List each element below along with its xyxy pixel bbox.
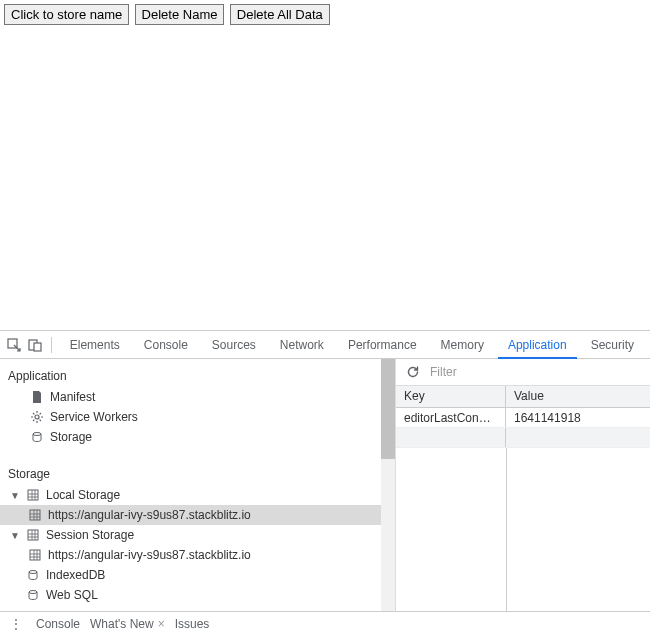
sidebar-item-label: https://angular-ivy-s9us87.stackblitz.io [48, 508, 251, 522]
tab-application[interactable]: Application [498, 331, 577, 359]
tabbar-divider [51, 337, 52, 353]
tab-security[interactable]: Security [581, 331, 644, 359]
sidebar-item-label: Session Storage [46, 528, 134, 542]
tab-sources[interactable]: Sources [202, 331, 266, 359]
sidebar-item-storage[interactable]: Storage [0, 427, 381, 447]
svg-rect-6 [30, 510, 40, 520]
sidebar-item-session-storage-origin[interactable]: https://angular-ivy-s9us87.stackblitz.io [0, 545, 381, 565]
application-sidebar: Application Manifest Service Workers [0, 359, 381, 611]
tab-memory[interactable]: Memory [431, 331, 494, 359]
grid-icon [28, 509, 42, 521]
sidebar-item-label: Manifest [50, 390, 95, 404]
tab-network[interactable]: Network [270, 331, 334, 359]
database-icon [26, 589, 40, 601]
sidebar-item-session-storage[interactable]: ▼ Session Storage [0, 525, 381, 545]
gear-icon [30, 411, 44, 423]
table-row[interactable]: editorLastConnec... 1641141918 [396, 408, 650, 428]
sidebar-item-indexeddb[interactable]: IndexedDB [0, 565, 381, 585]
sidebar-item-label: Web SQL [46, 588, 98, 602]
storage-table: Key Value editorLastConnec... 1641141918 [396, 386, 650, 611]
sidebar-item-label: https://angular-ivy-s9us87.stackblitz.io [48, 548, 251, 562]
sidebar-scrollbar[interactable] [381, 359, 395, 611]
drawer-tab-console[interactable]: Console [36, 617, 80, 631]
cell-key [396, 428, 506, 447]
sidebar-item-label: Service Workers [50, 410, 138, 424]
drawer-menu-icon[interactable]: ⋮ [6, 617, 26, 631]
sidebar-item-manifest[interactable]: Manifest [0, 387, 381, 407]
header-value[interactable]: Value [506, 386, 650, 407]
grid-icon [28, 549, 42, 561]
sidebar-item-label: Local Storage [46, 488, 120, 502]
grid-icon [26, 529, 40, 541]
svg-point-10 [29, 591, 37, 594]
devtools-tabbar: Elements Console Sources Network Perform… [0, 331, 650, 359]
svg-rect-8 [30, 550, 40, 560]
sidebar-item-label: IndexedDB [46, 568, 105, 582]
table-row-empty[interactable] [396, 428, 650, 448]
svg-point-9 [29, 571, 37, 574]
drawer-tab-label: What's New [90, 617, 154, 631]
filter-input[interactable] [430, 362, 642, 382]
document-icon [30, 391, 44, 403]
page-content: Click to store name Delete Name Delete A… [0, 0, 650, 330]
table-header: Key Value [396, 386, 650, 408]
storage-detail: Key Value editorLastConnec... 1641141918 [396, 359, 650, 611]
tab-elements[interactable]: Elements [60, 331, 130, 359]
drawer-tab-whats-new[interactable]: What's New × [90, 617, 165, 631]
sidebar-container: Application Manifest Service Workers [0, 359, 396, 611]
tab-console[interactable]: Console [134, 331, 198, 359]
database-icon [26, 569, 40, 581]
sidebar-item-websql[interactable]: Web SQL [0, 585, 381, 605]
column-divider[interactable] [506, 448, 507, 611]
cell-value [506, 428, 650, 447]
table-body [396, 448, 650, 611]
section-storage: Storage [0, 463, 381, 485]
devtools-drawer: ⋮ Console What's New × Issues [0, 611, 650, 635]
devtools-panel: Elements Console Sources Network Perform… [0, 330, 650, 635]
svg-point-3 [35, 415, 39, 419]
store-name-button[interactable]: Click to store name [4, 4, 129, 25]
cell-key: editorLastConnec... [396, 408, 506, 427]
database-icon [30, 431, 44, 443]
inspect-element-icon[interactable] [6, 335, 22, 355]
delete-all-button[interactable]: Delete All Data [230, 4, 330, 25]
grid-icon [26, 489, 40, 501]
svg-point-4 [33, 433, 41, 436]
refresh-icon[interactable] [404, 363, 422, 381]
cell-value: 1641141918 [506, 408, 650, 427]
expand-arrow-icon[interactable]: ▼ [10, 490, 20, 501]
scrollbar-thumb[interactable] [381, 359, 395, 459]
header-key[interactable]: Key [396, 386, 506, 407]
sidebar-item-local-storage-origin[interactable]: https://angular-ivy-s9us87.stackblitz.io [0, 505, 381, 525]
svg-rect-7 [28, 530, 38, 540]
section-application: Application [0, 365, 381, 387]
detail-toolbar [396, 359, 650, 386]
delete-name-button[interactable]: Delete Name [135, 4, 225, 25]
svg-rect-5 [28, 490, 38, 500]
sidebar-item-local-storage[interactable]: ▼ Local Storage [0, 485, 381, 505]
sidebar-item-label: Storage [50, 430, 92, 444]
expand-arrow-icon[interactable]: ▼ [10, 530, 20, 541]
devtools-main: Application Manifest Service Workers [0, 359, 650, 611]
tab-performance[interactable]: Performance [338, 331, 427, 359]
drawer-tab-issues[interactable]: Issues [175, 617, 210, 631]
close-icon[interactable]: × [158, 617, 165, 631]
svg-rect-2 [34, 343, 41, 351]
device-toolbar-icon[interactable] [26, 335, 42, 355]
sidebar-item-service-workers[interactable]: Service Workers [0, 407, 381, 427]
